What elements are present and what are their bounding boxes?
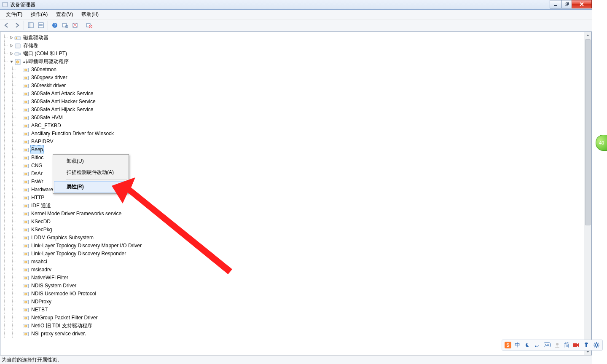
tree-item-driver[interactable]: Link-Layer Topology Discovery Responder: [0, 250, 584, 258]
twisty-collapsed-icon[interactable]: [8, 43, 14, 49]
keyboard-icon[interactable]: [544, 342, 551, 348]
tree-item-driver[interactable]: HTTP: [0, 194, 584, 202]
properties-button[interactable]: [36, 20, 46, 30]
tree-item-driver[interactable]: KSecPkg: [0, 226, 584, 234]
tree-item-driver[interactable]: 360Safe HVM: [0, 114, 584, 122]
svg-rect-23: [15, 53, 19, 55]
ime-zhong[interactable]: 中: [515, 341, 520, 349]
svg-point-42: [25, 125, 27, 127]
svg-point-72: [25, 245, 27, 247]
show-hide-tree-button[interactable]: [26, 20, 36, 30]
scroll-thumb[interactable]: [585, 39, 591, 225]
content-frame: 磁盘驱动器存储卷端口 (COM 和 LPT)非即插即用驱动程序360netmon…: [0, 32, 592, 355]
tree-item-label: 磁盘驱动器: [22, 34, 49, 42]
menu-action[interactable]: 操作(A): [27, 10, 52, 19]
driver-icon: [22, 283, 29, 289]
twisty-expanded-icon[interactable]: [8, 59, 14, 65]
tree-item-driver[interactable]: NDIS Usermode I/O Protocol: [0, 290, 584, 298]
tree-item-label: IDE 通道: [30, 202, 52, 210]
shirt-icon[interactable]: [583, 342, 590, 348]
context-menu-scan[interactable]: 扫描检测硬件改动(A): [54, 167, 128, 178]
menu-help[interactable]: 帮助(H): [77, 10, 103, 19]
context-menu: 卸载(U) 扫描检测硬件改动(A) 属性(R): [53, 154, 129, 194]
tree-item-driver[interactable]: NetIO 旧 TDI 支持驱动程序: [0, 322, 584, 330]
tree-item-driver[interactable]: IDE 通道: [0, 202, 584, 210]
help-button[interactable]: ?: [50, 20, 60, 30]
tree-category-nonpnp[interactable]: 非即插即用驱动程序: [0, 58, 584, 66]
tree-category[interactable]: 存储卷: [0, 42, 584, 50]
tree-item-driver[interactable]: msahci: [0, 258, 584, 266]
twisty-collapsed-icon[interactable]: [8, 51, 14, 57]
tree-item-driver[interactable]: NETBT: [0, 306, 584, 314]
driver-icon: [22, 91, 29, 97]
person-icon[interactable]: [554, 342, 561, 348]
svg-point-76: [25, 261, 27, 263]
tree-item-label: Link-Layer Topology Discovery Mapper I/O…: [30, 242, 142, 250]
tree-item-label: 360Safe Anti Hacker Service: [30, 98, 97, 106]
vertical-scrollbar[interactable]: [584, 32, 591, 355]
svg-rect-3: [565, 3, 568, 5]
tree-item-driver[interactable]: BAPIDRV: [0, 138, 584, 146]
ime-jian[interactable]: 简: [564, 341, 569, 349]
tree-item-label: Bitloc: [30, 154, 44, 162]
window-title: 设备管理器: [10, 1, 35, 8]
ime-logo-icon[interactable]: S: [505, 342, 511, 348]
tree-item-label: 非即插即用驱动程序: [22, 58, 70, 66]
tree-item-driver[interactable]: Kernel Mode Driver Frameworks service: [0, 210, 584, 218]
tree-item-label: 存储卷: [22, 42, 39, 50]
twisty-collapsed-icon[interactable]: [8, 35, 14, 41]
camera-icon[interactable]: [573, 342, 580, 348]
tree-item-driver[interactable]: Ancillary Function Driver for Winsock: [0, 130, 584, 138]
tree-category[interactable]: 端口 (COM 和 LPT): [0, 50, 584, 58]
tree-item-label: Ancillary Function Driver for Winsock: [30, 130, 115, 138]
scan-hardware-button[interactable]: [60, 20, 70, 30]
svg-point-54: [25, 173, 27, 175]
tree-category[interactable]: 磁盘驱动器: [0, 34, 584, 42]
svg-point-52: [25, 165, 27, 167]
scroll-up-button[interactable]: [584, 32, 591, 39]
moon-icon[interactable]: [524, 342, 530, 348]
punct-icon[interactable]: [534, 342, 540, 348]
svg-point-58: [25, 189, 27, 191]
tree-item-driver[interactable]: NetGroup Packet Filter Driver: [0, 314, 584, 322]
tree-item-driver[interactable]: NDProxy: [0, 298, 584, 306]
nav-back-button[interactable]: [2, 20, 12, 30]
tree-item-driver[interactable]: 360Safe Anti Hacker Service: [0, 98, 584, 106]
svg-point-68: [25, 229, 27, 231]
tree-item-driver[interactable]: ABC_FTKBD: [0, 122, 584, 130]
scroll-track[interactable]: [584, 39, 591, 348]
tree-item-driver[interactable]: Beep: [0, 146, 584, 154]
menu-view[interactable]: 查看(V): [52, 10, 77, 19]
tree-item-driver[interactable]: NSI proxy service driver.: [0, 330, 584, 338]
context-menu-properties[interactable]: 属性(R): [54, 181, 128, 193]
nav-forward-button[interactable]: [12, 20, 22, 30]
svg-point-86: [25, 301, 27, 303]
svg-point-99: [547, 344, 548, 345]
tree-item-driver[interactable]: 360reskit driver: [0, 82, 584, 90]
menu-file[interactable]: 文件(F): [2, 10, 27, 19]
uninstall-button[interactable]: [70, 20, 80, 30]
tree-item-driver[interactable]: 360netmon: [0, 66, 584, 74]
driver-icon: [22, 115, 29, 121]
driver-icon: [22, 243, 29, 249]
tree-item-driver[interactable]: 360Safe Anti Hijack Service: [0, 106, 584, 114]
tree-item-label: 360qpesv driver: [30, 74, 68, 82]
tree-item-driver[interactable]: msisadrv: [0, 266, 584, 274]
driver-icon: [22, 307, 29, 313]
svg-point-105: [595, 344, 598, 346]
tree-item-driver[interactable]: KSecDD: [0, 218, 584, 226]
tree-item-driver[interactable]: 360qpesv driver: [0, 74, 584, 82]
tree-item-driver[interactable]: LDDM Graphics Subsystem: [0, 234, 584, 242]
tree-item-driver[interactable]: 360Safe Anti Attack Service: [0, 90, 584, 98]
close-button[interactable]: [572, 0, 592, 8]
context-menu-uninstall[interactable]: 卸载(U): [54, 155, 128, 167]
disable-button[interactable]: [84, 20, 94, 30]
tree-item-driver[interactable]: NDIS System Driver: [0, 282, 584, 290]
side-badge[interactable]: 40: [596, 135, 607, 151]
tree-item-driver[interactable]: NativeWiFi Filter: [0, 274, 584, 282]
restore-button[interactable]: [561, 0, 572, 8]
gear-icon[interactable]: [593, 342, 600, 348]
minimize-button[interactable]: [550, 0, 561, 8]
tree-item-label: Kernel Mode Driver Frameworks service: [30, 210, 122, 218]
tree-item-driver[interactable]: Link-Layer Topology Discovery Mapper I/O…: [0, 242, 584, 250]
